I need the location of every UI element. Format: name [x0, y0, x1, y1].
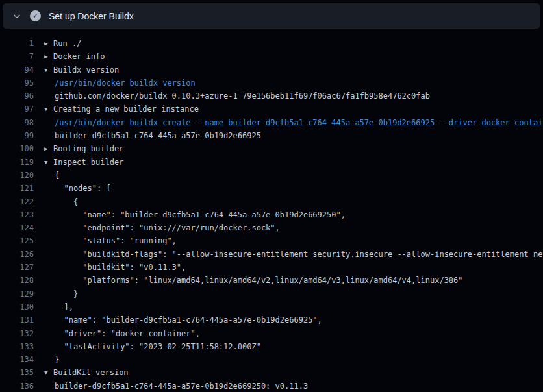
log-row: 98/usr/bin/docker buildx create --name b… — [0, 116, 543, 129]
log-line-content: "driver": "docker-container", — [44, 327, 200, 340]
log-text: Docker info — [53, 50, 105, 63]
log-line-content: ], — [44, 300, 73, 313]
log-line-content: ▶Run ./ — [44, 37, 81, 50]
log-line-content: /usr/bin/docker buildx create --name bui… — [44, 116, 543, 129]
line-number-link[interactable]: 1 — [0, 37, 34, 50]
line-number-link[interactable]: 130 — [0, 300, 34, 313]
line-number-link[interactable]: 136 — [0, 380, 34, 392]
log-line-content: } — [44, 353, 59, 366]
group-expanded-icon[interactable]: ▼ — [44, 366, 51, 379]
group-expanded-icon[interactable]: ▼ — [44, 63, 51, 76]
log-row: 128 "platforms": "linux/amd64,linux/amd6… — [0, 274, 543, 287]
log-line-content: builder-d9cfb5a1-c764-445a-a57e-0b19d2e6… — [44, 380, 308, 392]
log-text: Creating a new builder instance — [53, 103, 199, 116]
log-line-content: "name": "builder-d9cfb5a1-c764-445a-a57e… — [44, 208, 346, 221]
log-group-row[interactable]: 97▼Creating a new builder instance — [0, 103, 543, 116]
log-row: 120{ — [0, 169, 543, 182]
log-command-text: /usr/bin/docker buildx version — [55, 77, 196, 90]
log-command-text: /usr/bin/docker buildx create --name bui… — [55, 116, 543, 129]
log-line-content: { — [44, 169, 59, 182]
group-collapsed-icon[interactable]: ▶ — [44, 37, 51, 50]
group-expanded-icon[interactable]: ▼ — [44, 103, 51, 116]
log-text: "buildkit": "v0.11.3", — [55, 261, 186, 274]
log-row: 130 ], — [0, 300, 543, 313]
line-number-link[interactable]: 128 — [0, 274, 34, 287]
log-text: builder-d9cfb5a1-c764-445a-a57e-0b19d2e6… — [55, 129, 261, 142]
log-row: 127 "buildkit": "v0.11.3", — [0, 261, 543, 274]
line-number-link[interactable]: 96 — [0, 90, 34, 103]
line-number-link[interactable]: 7 — [0, 50, 34, 63]
log-text: Buildx version — [53, 64, 119, 77]
group-expanded-icon[interactable]: ▼ — [44, 155, 51, 168]
log-text: "name": "builder-d9cfb5a1-c764-445a-a57e… — [55, 208, 346, 221]
log-line-content: "lastActivity": "2023-02-25T11:58:12.000… — [44, 340, 261, 353]
log-line-content: "buildkit": "v0.11.3", — [44, 261, 186, 274]
log-line-content: ▼BuildKit version — [44, 366, 129, 379]
line-number-link[interactable]: 97 — [0, 103, 34, 116]
chevron-down-icon[interactable] — [12, 11, 22, 21]
log-line-content: "platforms": "linux/amd64,linux/amd64/v2… — [44, 274, 463, 287]
log-text: "name": "builder-d9cfb5a1-c764-445a-a57e… — [55, 313, 322, 326]
line-number-link[interactable]: 134 — [0, 353, 34, 366]
group-collapsed-icon[interactable]: ▶ — [44, 50, 51, 63]
line-number-link[interactable]: 132 — [0, 327, 34, 340]
line-number-link[interactable]: 125 — [0, 234, 34, 247]
line-number-link[interactable]: 94 — [0, 64, 34, 77]
log-group-row[interactable]: 1▶Run ./ — [0, 37, 543, 50]
step-title: Set up Docker Buildx — [49, 11, 134, 21]
log-text: "driver": "docker-container", — [55, 327, 200, 340]
log-line-content: "status": "running", — [44, 234, 177, 247]
log-line-content: "buildkitd-flags": "--allow-insecure-ent… — [44, 248, 543, 261]
line-number-link[interactable]: 126 — [0, 248, 34, 261]
log-group-row[interactable]: 135▼BuildKit version — [0, 366, 543, 379]
log-row: 126 "buildkitd-flags": "--allow-insecure… — [0, 248, 543, 261]
log-line-content: "nodes": [ — [44, 182, 111, 195]
log-line-content: "endpoint": "unix:///var/run/docker.sock… — [44, 221, 280, 234]
log-group-row[interactable]: 94▼Buildx version — [0, 64, 543, 77]
log-text: Booting builder — [53, 142, 123, 155]
log-line-content: "name": "builder-d9cfb5a1-c764-445a-a57e… — [44, 313, 322, 326]
log-row: 121 "nodes": [ — [0, 182, 543, 195]
log-row: 96github.com/docker/buildx 0.10.3+azure-… — [0, 90, 543, 103]
line-number-link[interactable]: 98 — [0, 116, 34, 129]
log-text: Inspect builder — [53, 156, 123, 169]
line-number-link[interactable]: 121 — [0, 182, 34, 195]
log-container: 1▶Run ./7▶Docker info94▼Buildx version95… — [0, 29, 543, 392]
line-number-link[interactable]: 129 — [0, 288, 34, 300]
log-row: 133 "lastActivity": "2023-02-25T11:58:12… — [0, 340, 543, 353]
line-number-link[interactable]: 135 — [0, 366, 34, 379]
line-number-link[interactable]: 119 — [0, 156, 34, 169]
log-group-row[interactable]: 119▼Inspect builder — [0, 156, 543, 169]
line-number-link[interactable]: 100 — [0, 142, 34, 155]
log-row: 136builder-d9cfb5a1-c764-445a-a57e-0b19d… — [0, 380, 543, 392]
line-number-link[interactable]: 99 — [0, 129, 34, 142]
line-number-link[interactable]: 127 — [0, 261, 34, 274]
log-text: Run ./ — [53, 37, 81, 50]
line-number-link[interactable]: 133 — [0, 340, 34, 353]
log-line-content: ▼Inspect builder — [44, 156, 123, 169]
step-header[interactable]: ✓ Set up Docker Buildx — [3, 3, 540, 29]
log-line-content: builder-d9cfb5a1-c764-445a-a57e-0b19d2e6… — [44, 129, 261, 142]
log-text: builder-d9cfb5a1-c764-445a-a57e-0b19d2e6… — [55, 380, 308, 392]
log-row: 124 "endpoint": "unix:///var/run/docker.… — [0, 221, 543, 234]
log-line-content: } — [44, 288, 78, 300]
log-row: 132 "driver": "docker-container", — [0, 327, 543, 340]
line-number-link[interactable]: 123 — [0, 208, 34, 221]
log-row: 125 "status": "running", — [0, 234, 543, 247]
log-text: "nodes": [ — [55, 182, 111, 195]
log-group-row[interactable]: 100▶Booting builder — [0, 142, 543, 155]
log-text: BuildKit version — [53, 366, 129, 379]
log-text: "buildkitd-flags": "--allow-insecure-ent… — [55, 248, 543, 261]
line-number-link[interactable]: 120 — [0, 169, 34, 182]
group-collapsed-icon[interactable]: ▶ — [44, 142, 51, 155]
line-number-link[interactable]: 131 — [0, 313, 34, 326]
line-number-link[interactable]: 95 — [0, 77, 34, 90]
line-number-link[interactable]: 124 — [0, 221, 34, 234]
log-text: "lastActivity": "2023-02-25T11:58:12.000… — [55, 340, 261, 353]
log-line-content: ▼Creating a new builder instance — [44, 103, 199, 116]
log-group-row[interactable]: 7▶Docker info — [0, 50, 543, 63]
line-number-link[interactable]: 122 — [0, 195, 34, 208]
log-text: "platforms": "linux/amd64,linux/amd64/v2… — [55, 274, 463, 287]
log-row: 122 { — [0, 195, 543, 208]
log-line-content: { — [44, 195, 78, 208]
